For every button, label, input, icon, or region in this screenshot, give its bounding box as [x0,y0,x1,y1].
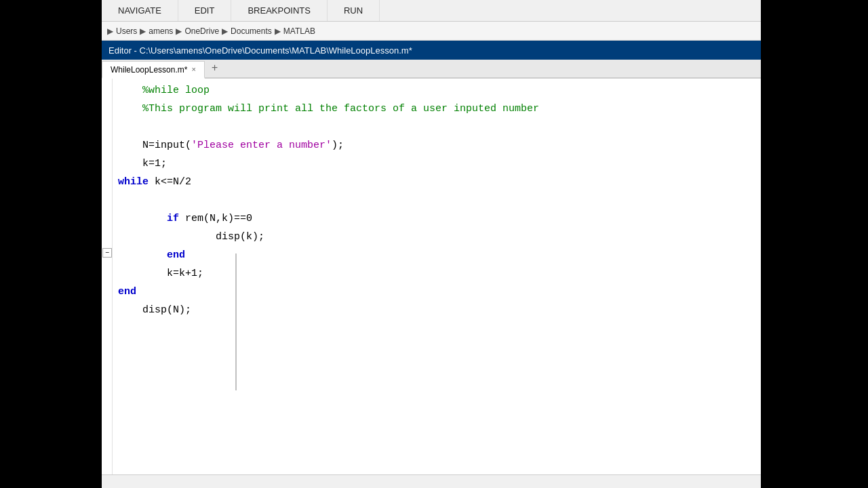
code-line-2: %This program will print all the factors… [118,100,761,118]
gutter: − [102,79,113,474]
code-line-8: if rem(N,k)==0 [118,209,761,228]
code-text-10a [118,246,167,264]
code-line-11: k=k+1; [118,264,761,283]
left-panel [0,0,102,488]
code-line-7 [118,191,761,209]
breadcrumb-onedrive[interactable]: OneDrive [184,26,219,36]
menu-breakpoints[interactable]: BREAKPOINTS [231,0,327,21]
editor-title: Editor - C:\Users\amens\OneDrive\Documen… [108,45,412,56]
code-line-1: %while loop [118,81,761,100]
title-bar: Editor - C:\Users\amens\OneDrive\Documen… [102,41,761,60]
menu-edit[interactable]: EDIT [178,0,232,21]
right-panel [761,0,868,488]
menu-run[interactable]: RUN [328,0,380,21]
code-line-10: end [118,246,761,264]
menu-bar: NAVIGATE EDIT BREAKPOINTS RUN [102,0,761,22]
main-content: NAVIGATE EDIT BREAKPOINTS RUN ▶ Users ▶ … [102,0,761,488]
code-line-9: disp(k); [118,228,761,246]
app-window: NAVIGATE EDIT BREAKPOINTS RUN ▶ Users ▶ … [0,0,868,488]
code-text-4c: ); [332,136,344,155]
tab-whileloop[interactable]: WhileLoopLesson.m* × [102,61,205,79]
code-line-13: disp(N); [118,301,761,319]
code-line-12: end [118,283,761,301]
tab-add-button[interactable]: + [205,60,225,77]
editor-blank-space [118,319,761,455]
tab-label: WhileLoopLesson.m* [111,65,187,75]
menu-navigate[interactable]: NAVIGATE [102,0,178,21]
code-text-13: disp(N); [118,301,191,319]
code-text-9: disp(k); [118,228,264,246]
breadcrumb-amens[interactable]: amens [149,26,173,36]
breadcrumb-arrow: ▶ [107,26,113,36]
code-line-6: while k<=N/2 [118,173,761,191]
code-text-4a: N=input( [118,136,191,155]
tab-close-button[interactable]: × [191,66,195,73]
code-text-12: end [118,283,136,301]
breadcrumb-matlab[interactable]: MATLAB [283,26,315,36]
breadcrumb-users[interactable]: Users [116,26,137,36]
breadcrumb: ▶ Users ▶ amens ▶ OneDrive ▶ Documents ▶… [102,22,761,41]
code-text-6b: k<=N/2 [149,173,191,191]
code-line-4: N=input('Please enter a number'); [118,136,761,155]
code-text-2: %This program will print all the factors… [118,100,539,118]
code-text-10b: end [167,246,185,264]
code-text-8b: if [167,209,179,228]
bracket-line [235,253,237,390]
tab-bar: WhileLoopLesson.m* × + [102,60,761,79]
code-text-4b: 'Please enter a number' [191,136,332,155]
code-area[interactable]: %while loop %This program will print all… [113,79,761,474]
code-text-11: k=k+1; [118,264,203,283]
breadcrumb-documents[interactable]: Documents [231,26,272,36]
code-text-1: %while loop [118,81,210,100]
fold-indicator[interactable]: − [102,248,112,258]
code-text-6a: while [118,173,149,191]
code-text-5: k=1; [118,155,167,173]
code-text-8c: rem(N,k)==0 [179,209,252,228]
code-text-8a [118,209,167,228]
status-bar [102,474,761,488]
code-line-5: k=1; [118,155,761,173]
editor-area: − %while loop %This program will print a… [102,79,761,474]
code-line-3 [118,118,761,136]
